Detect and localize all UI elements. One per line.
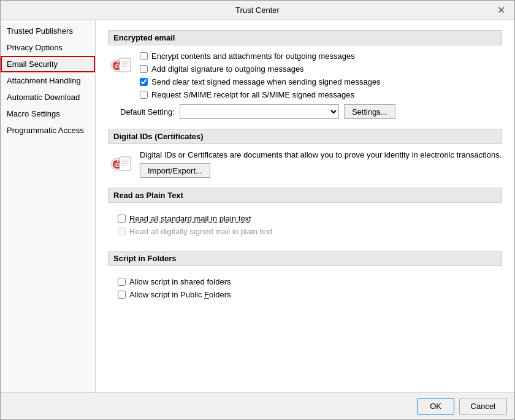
sidebar-item-macro-settings[interactable]: Macro Settings (1, 105, 95, 122)
digital-ids-icon: ID ★ (108, 150, 134, 176)
digital-ids-section: Digital IDs (Certificates) ID ★ (108, 129, 502, 178)
email-security-icon: ID ★ (108, 52, 134, 77)
encrypt-contents-checkbox[interactable] (140, 52, 148, 60)
encrypt-contents-label: Encrypt contents and attachments for out… (151, 52, 355, 61)
encrypted-checkboxes: Encrypt contents and attachments for out… (140, 52, 381, 99)
read-signed-label: Read all digitally signed mail in plain … (129, 227, 272, 236)
checkbox-row-digital-sig: Add digital signature to outgoing messag… (140, 64, 381, 74)
trust-center-dialog: Trust Center ✕ Trusted Publishers Privac… (0, 0, 515, 420)
script-in-folders-checkboxes: Allow script in shared folders Allow scr… (108, 272, 502, 304)
request-smime-checkbox[interactable] (140, 91, 148, 99)
import-export-button[interactable]: Import/Export... (140, 163, 210, 178)
read-plain-text-section: Read as Plain Text Read all standard mai… (108, 188, 502, 241)
checkbox-row-allow-public: Allow script in Public Folders (118, 290, 492, 299)
checkbox-row-allow-shared: Allow script in shared folders (118, 277, 492, 286)
sidebar: Trusted Publishers Privacy Options Email… (1, 20, 96, 392)
close-button[interactable]: ✕ (495, 4, 507, 17)
sidebar-item-privacy-options[interactable]: Privacy Options (1, 39, 95, 56)
content-area: Encrypted email ID (96, 20, 514, 392)
dialog-title: Trust Center (20, 6, 495, 15)
read-standard-label: Read all standard mail in plain text (129, 214, 251, 223)
read-standard-checkbox[interactable] (118, 215, 126, 223)
dialog-body: Trusted Publishers Privacy Options Email… (1, 20, 514, 392)
allow-shared-checkbox[interactable] (118, 278, 126, 286)
cancel-button[interactable]: Cancel (459, 399, 507, 414)
settings-button[interactable]: Settings... (344, 104, 395, 119)
sidebar-item-attachment-handling[interactable]: Attachment Handling (1, 72, 95, 89)
request-smime-label: Request S/MIME receipt for all S/MIME si… (151, 90, 354, 99)
digital-ids-text-block: Digital IDs or Certificates are document… (140, 150, 502, 178)
send-clear-text-label: Send clear text signed message when send… (151, 77, 381, 86)
allow-shared-label: Allow script in shared folders (129, 277, 231, 286)
sidebar-item-trusted-publishers[interactable]: Trusted Publishers (1, 23, 95, 39)
default-setting-label: Default Setting: (120, 107, 175, 116)
default-setting-select[interactable] (180, 104, 339, 119)
checkbox-row-smime: Request S/MIME receipt for all S/MIME si… (140, 90, 381, 99)
add-digital-sig-checkbox[interactable] (140, 65, 148, 73)
add-digital-sig-label: Add digital signature to outgoing messag… (151, 64, 304, 74)
sidebar-item-automatic-download[interactable]: Automatic Download (1, 89, 95, 105)
digital-ids-header: Digital IDs (Certificates) (108, 129, 502, 144)
sidebar-item-programmatic-access[interactable]: Programmatic Access (1, 122, 95, 139)
script-in-folders-header: Script in Folders (108, 251, 502, 266)
digital-ids-content: ID ★ Digital IDs or Certificates are doc… (108, 150, 502, 178)
encrypted-email-top: ID ★ (108, 52, 502, 99)
svg-text:★: ★ (116, 159, 119, 163)
title-bar: Trust Center ✕ (1, 1, 514, 20)
checkbox-row-encrypt: Encrypt contents and attachments for out… (140, 52, 381, 61)
sidebar-item-email-security[interactable]: Email Security (1, 56, 95, 72)
encrypted-email-section: Encrypted email ID (108, 30, 502, 119)
dialog-footer: OK Cancel (1, 392, 514, 419)
ok-button[interactable]: OK (418, 399, 454, 414)
script-in-folders-section: Script in Folders Allow script in shared… (108, 251, 502, 304)
default-setting-row: Default Setting: Settings... (120, 104, 502, 119)
checkbox-row-read-signed: Read all digitally signed mail in plain … (118, 227, 492, 236)
checkbox-row-send-clear: Send clear text signed message when send… (140, 77, 381, 86)
allow-public-checkbox[interactable] (118, 291, 126, 299)
read-plain-text-checkboxes: Read all standard mail in plain text Rea… (108, 209, 502, 241)
send-clear-text-checkbox[interactable] (140, 78, 148, 86)
read-signed-checkbox (118, 227, 126, 235)
read-plain-text-header: Read as Plain Text (108, 188, 502, 203)
allow-public-label: Allow script in Public Folders (129, 290, 231, 299)
digital-ids-description: Digital IDs or Certificates are document… (140, 150, 502, 159)
encrypted-email-header: Encrypted email (108, 30, 502, 45)
svg-text:★: ★ (116, 61, 119, 64)
checkbox-row-read-standard: Read all standard mail in plain text (118, 214, 492, 223)
